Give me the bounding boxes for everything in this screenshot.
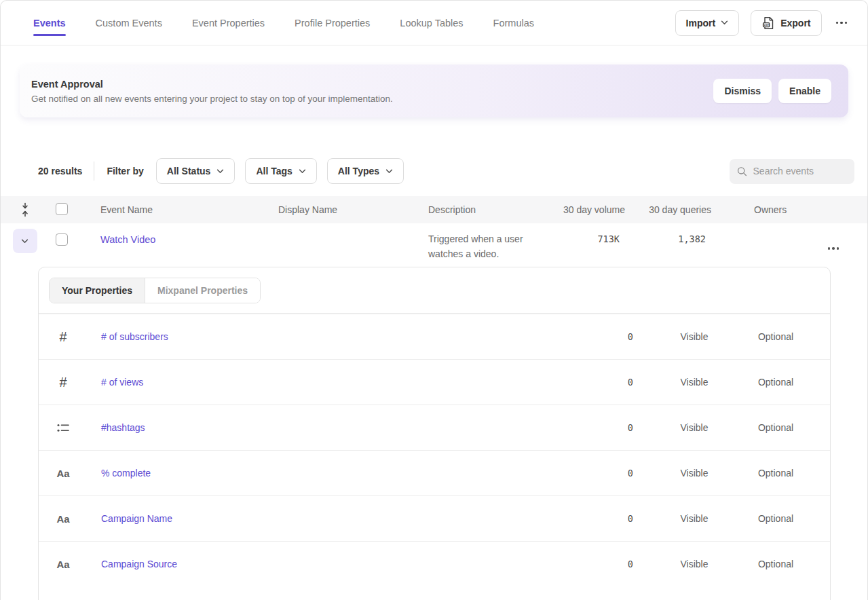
properties-tab[interactable]: Mixpanel Properties <box>145 278 260 303</box>
nav-tab-label: Custom Events <box>96 18 162 29</box>
properties-tabs: Your Properties Mixpanel Properties <box>49 278 261 303</box>
row-checkbox[interactable] <box>56 233 68 246</box>
number-type-icon: # <box>39 375 88 390</box>
text-type-icon: Aa <box>39 513 88 525</box>
property-queries-value: 0 <box>592 331 633 342</box>
csv-file-icon: csv <box>761 16 775 30</box>
export-button[interactable]: csv Export <box>751 10 821 36</box>
event-name-link[interactable]: Watch Video <box>100 234 155 245</box>
property-name-link[interactable]: Campaign Source <box>88 559 592 569</box>
select-all-checkbox[interactable] <box>56 203 68 215</box>
property-visibility: Visible <box>654 377 735 388</box>
import-label: Import <box>686 18 716 29</box>
display-name-cell <box>278 223 428 233</box>
filter-dropdown[interactable]: All Types <box>327 158 404 184</box>
property-queries-value: 0 <box>592 513 633 524</box>
ellipsis-icon <box>828 247 831 250</box>
event-approval-banner: Event Approval Get notified on all new e… <box>20 64 848 117</box>
property-row: # # of views 0 Visible Optional <box>39 359 830 405</box>
properties-tab-label: Mixpanel Properties <box>157 285 248 296</box>
property-visibility: Visible <box>654 559 735 569</box>
header-description: Description <box>428 204 557 215</box>
collapse-row-button[interactable] <box>13 229 37 253</box>
nav-tab-label: Events <box>33 18 66 29</box>
property-requirement: Optional <box>735 513 816 524</box>
property-row: Aa % complete 0 Visible Optional <box>39 450 830 495</box>
nav-tab[interactable]: Formulas <box>493 1 534 45</box>
filter-row: 20 results Filter by All Status All Tags… <box>38 158 854 184</box>
nav-tab[interactable]: Custom Events <box>96 1 162 45</box>
panel-tab-bar: Your Properties Mixpanel Properties <box>39 267 830 314</box>
more-menu-button[interactable] <box>833 18 850 29</box>
property-requirement: Optional <box>735 559 816 569</box>
owners-cell <box>711 223 799 233</box>
filter-dropdown[interactable]: All Status <box>156 158 235 184</box>
filter-dropdown-label: All Tags <box>256 166 292 176</box>
header-queries: 30 day queries <box>625 204 711 215</box>
filter-dropdowns: All Status All Tags All Types <box>156 158 404 184</box>
property-name-link[interactable]: # of subscribers <box>88 331 592 342</box>
properties-tab[interactable]: Your Properties <box>50 278 145 303</box>
enable-button[interactable]: Enable <box>778 79 831 103</box>
divider <box>94 162 94 181</box>
properties-tab-label: Your Properties <box>62 285 132 296</box>
text-type-icon: Aa <box>39 559 88 570</box>
lexicon-page: Events Custom Events Event Properties Pr… <box>0 0 868 600</box>
properties-panel: Your Properties Mixpanel Properties # # … <box>38 267 831 600</box>
property-row: #hashtags 0 Visible Optional <box>39 405 830 450</box>
filter-by-label: Filter by <box>107 166 143 176</box>
header-owners: Owners <box>711 204 799 215</box>
property-requirement: Optional <box>735 468 816 479</box>
chevron-down-icon <box>299 169 306 174</box>
table-header: Event Name Display Name Description 30 d… <box>1 196 867 223</box>
list-type-icon <box>39 423 88 433</box>
number-type-icon: # <box>39 329 88 345</box>
import-button[interactable]: Import <box>675 10 740 36</box>
nav-tab[interactable]: Lookup Tables <box>400 1 463 45</box>
properties-list: # # of subscribers 0 Visible Optional # … <box>39 314 830 586</box>
property-visibility: Visible <box>654 331 735 342</box>
header-display-name: Display Name <box>278 204 428 215</box>
banner-description: Get notified on all new events entering … <box>31 94 393 104</box>
banner-title: Event Approval <box>31 79 393 90</box>
nav-tab-label: Lookup Tables <box>400 18 463 29</box>
filter-dropdown-label: All Status <box>167 166 211 176</box>
chevron-down-icon <box>216 169 224 174</box>
property-name-link[interactable]: #hashtags <box>88 422 592 433</box>
banner-actions: Dismiss Enable <box>713 79 831 103</box>
property-name-link[interactable]: # of views <box>88 377 592 388</box>
nav-tab[interactable]: Events <box>33 1 66 45</box>
top-nav: Events Custom Events Event Properties Pr… <box>1 1 867 45</box>
property-row: # # of subscribers 0 Visible Optional <box>39 314 830 359</box>
dismiss-button[interactable]: Dismiss <box>713 79 772 103</box>
header-event-name: Event Name <box>100 204 278 215</box>
nav-tab-label: Profile Properties <box>295 18 370 29</box>
description-cell: Triggered when a user watches a video. <box>428 223 544 261</box>
row-more-menu-button[interactable] <box>828 247 839 250</box>
search-input[interactable] <box>753 166 847 176</box>
top-actions: Import csv Export <box>675 1 867 45</box>
results-count: 20 results <box>38 166 82 176</box>
property-queries-value: 0 <box>592 422 633 433</box>
volume-cell: 713K <box>557 223 625 244</box>
property-queries-value: 0 <box>592 559 633 569</box>
collapse-all-button[interactable] <box>20 202 30 217</box>
chevron-down-icon <box>385 169 393 174</box>
property-requirement: Optional <box>735 331 816 342</box>
filter-dropdown[interactable]: All Tags <box>245 158 316 184</box>
nav-tab[interactable]: Profile Properties <box>295 1 370 45</box>
nav-tab-label: Event Properties <box>192 18 265 29</box>
property-visibility: Visible <box>654 468 735 479</box>
property-name-link[interactable]: % complete <box>88 468 592 479</box>
search-icon <box>737 166 747 177</box>
export-label: Export <box>780 18 810 29</box>
chevron-down-icon <box>721 20 728 25</box>
svg-text:csv: csv <box>763 23 769 26</box>
chevron-down-icon <box>21 239 29 244</box>
banner-text: Event Approval Get notified on all new e… <box>31 79 393 104</box>
filter-dropdown-label: All Types <box>338 166 379 176</box>
nav-tab[interactable]: Event Properties <box>192 1 265 45</box>
queries-cell: 1,382 <box>625 223 711 244</box>
text-type-icon: Aa <box>39 468 88 479</box>
property-name-link[interactable]: Campaign Name <box>88 513 592 524</box>
